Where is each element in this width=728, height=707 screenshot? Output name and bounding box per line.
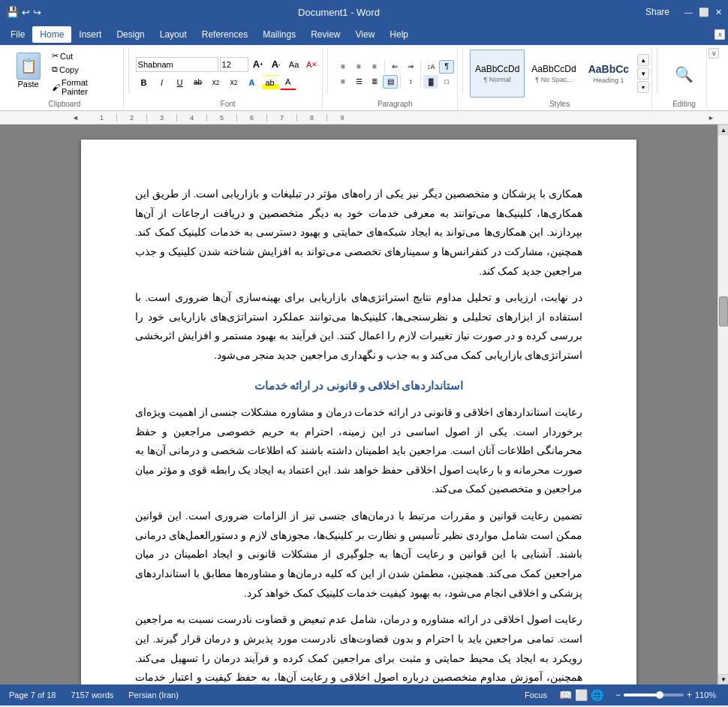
clipboard-label: Clipboard [49, 98, 81, 108]
menu-home[interactable]: Home [32, 26, 71, 43]
text-effects-button[interactable]: A [244, 75, 260, 90]
page: همکاری با پزشکان و متخصصین دیگر نیز یکی … [81, 140, 636, 684]
show-marks-button[interactable]: ¶ [439, 60, 454, 74]
section-heading: استانداردهای اخلاقی و قانونی در ارائه خد… [135, 376, 582, 396]
cut-button[interactable]: ✂ Cut [47, 50, 119, 62]
menu-design[interactable]: Design [109, 26, 152, 43]
style-no-spacing[interactable]: AaBbCcDd ¶ No Spac... [526, 50, 581, 98]
menu-references[interactable]: References [194, 26, 255, 43]
menu-help[interactable]: Help [382, 26, 416, 43]
font-color-button[interactable]: A [280, 75, 296, 90]
focus-button[interactable]: Focus [525, 690, 547, 699]
font-name-input[interactable] [136, 57, 218, 72]
divider-2 [327, 48, 328, 93]
ruler-content: ◄ 1 2 3 4 5 6 7 8 9 ► [6, 114, 722, 122]
align-left-button[interactable]: ≡ [335, 75, 350, 89]
menu-review[interactable]: Review [303, 26, 347, 43]
menu-file[interactable]: File [3, 26, 32, 43]
ribbon-collapse-btn[interactable]: ∨ [708, 48, 719, 59]
styles-label: Styles [549, 98, 570, 108]
redo-icon[interactable]: ↪ [33, 7, 41, 18]
font-size-input[interactable] [220, 57, 248, 72]
minimize-icon[interactable]: — [684, 8, 693, 17]
document-content: همکاری با پزشکان و متخصصین دیگر نیز یکی … [135, 185, 582, 684]
paragraph-3: رعایت استانداردهای اخلاقی و قانونی در ار… [135, 403, 582, 499]
zoom-slider: − + 110% [615, 690, 719, 700]
align-right-button[interactable]: ≣ [367, 75, 382, 89]
styles-group: AaBbCcDd ¶ Normal AaBbCcDd ¶ No Spac... … [468, 48, 652, 110]
copy-button[interactable]: ⧉ Copy [47, 63, 119, 76]
italic-button[interactable]: I [154, 75, 170, 90]
zoom-thumb[interactable] [656, 691, 663, 699]
language: Persian (Iran) [128, 690, 179, 699]
zoom-track[interactable] [624, 693, 684, 696]
styles-expand[interactable]: ▾ [637, 81, 649, 93]
bold-button[interactable]: B [136, 75, 152, 90]
strikethrough-button[interactable]: ab [190, 75, 206, 90]
page-wrapper: همکاری با پزشکان و متخصصین دیگر نیز یکی … [0, 125, 717, 684]
menu-layout[interactable]: Layout [152, 26, 194, 43]
find-button[interactable]: 🔍 [672, 62, 696, 86]
zoom-in-button[interactable]: + [687, 690, 692, 700]
align-center-button[interactable]: ☰ [351, 75, 366, 89]
para-row-2: ≡ ☰ ≣ ▤ ↕ ▓ □ [335, 75, 454, 89]
decrease-indent-button[interactable]: ⇐ [387, 60, 402, 74]
paragraph-4: تضمین رعایت قوانین و مقررات مرتبط با درم… [135, 507, 582, 603]
styles-scroll-down[interactable]: ▼ [637, 68, 649, 80]
format-painter-icon: 🖌 [52, 83, 60, 92]
line-spacing-button[interactable]: ↕ [403, 75, 418, 89]
font-label: Font [221, 98, 236, 108]
vertical-scrollbar[interactable]: ▲ ▼ [717, 125, 728, 684]
multilevel-list-button[interactable]: ≡ [367, 60, 382, 74]
superscript-button[interactable]: x2 [226, 75, 242, 90]
menu-mailings[interactable]: Mailings [255, 26, 303, 43]
share-button[interactable]: Share [636, 4, 678, 20]
web-view-button[interactable]: 🌐 [591, 689, 603, 701]
read-view-button[interactable]: 📖 [559, 689, 572, 701]
highlight-button[interactable]: ab [262, 75, 278, 90]
clipboard-group: 📋 Paste ✂ Cut ⧉ Copy 🖌 Format Painter [6, 48, 124, 110]
style-heading1[interactable]: AaBbCc Heading 1 [583, 50, 634, 98]
top-icons: Share — ⬜ ✕ [636, 4, 722, 20]
undo-icon[interactable]: ↩ [22, 7, 30, 18]
paragraph-2: در نهایت، ارزیابی و تحلیل مداوم نتایج اس… [135, 288, 582, 366]
font-group: A+ A- Aa A✕ B I U ab x2 x2 A ab A Font [134, 48, 323, 110]
clear-formatting-button[interactable]: A✕ [304, 57, 320, 72]
underline-button[interactable]: U [172, 75, 188, 90]
borders-button[interactable]: □ [439, 75, 454, 89]
format-painter-button[interactable]: 🖌 Format Painter [47, 77, 119, 98]
quick-access-toolbar: 💾 ↩ ↪ [6, 6, 41, 18]
scroll-down-button[interactable]: ▼ [718, 674, 728, 684]
justify-button[interactable]: ▤ [383, 75, 398, 89]
shading-button[interactable]: ▓ [423, 75, 438, 89]
style-heading1-preview: AaBbCc [588, 63, 629, 75]
scroll-track[interactable] [718, 135, 728, 674]
collapse-ribbon-btn[interactable]: ∧ [714, 29, 725, 40]
sort-button[interactable]: ↕A [423, 60, 438, 74]
clipboard-small-buttons: ✂ Cut ⧉ Copy 🖌 Format Painter [47, 50, 119, 98]
save-icon[interactable]: 💾 [6, 6, 19, 18]
bullets-button[interactable]: ≡ [335, 60, 350, 74]
font-increase-button[interactable]: A+ [250, 57, 266, 72]
document-area: همکاری با پزشکان و متخصصین دیگر نیز یکی … [0, 125, 728, 684]
numbering-button[interactable]: ≡ [351, 60, 366, 74]
zoom-fill [624, 693, 657, 696]
print-view-button[interactable]: ⬜ [575, 689, 588, 701]
font-row-2: B I U ab x2 x2 A ab A [136, 75, 320, 90]
scroll-thumb[interactable] [719, 296, 728, 326]
style-normal[interactable]: AaBbCcDd ¶ Normal [470, 50, 525, 98]
paragraph-1: همکاری با پزشکان و متخصصین دیگر نیز یکی … [135, 185, 582, 281]
styles-scroll-up[interactable]: ▲ [637, 54, 649, 66]
close-icon[interactable]: ✕ [715, 8, 722, 17]
zoom-out-button[interactable]: − [615, 690, 621, 700]
scroll-up-button[interactable]: ▲ [718, 125, 728, 135]
increase-indent-button[interactable]: ⇒ [403, 60, 418, 74]
menu-insert[interactable]: Insert [71, 26, 109, 43]
paste-button[interactable]: 📋 Paste [11, 50, 46, 92]
menu-view[interactable]: View [348, 26, 383, 43]
change-case-button[interactable]: Aa [286, 57, 302, 72]
subscript-button[interactable]: x2 [208, 75, 224, 90]
paragraph-group: ≡ ≡ ≡ ⇐ ⇒ ↕A ¶ ≡ ☰ ≣ ▤ ↕ ▓ □ P [332, 48, 458, 110]
font-decrease-button[interactable]: A- [268, 57, 284, 72]
restore-icon[interactable]: ⬜ [699, 8, 709, 17]
